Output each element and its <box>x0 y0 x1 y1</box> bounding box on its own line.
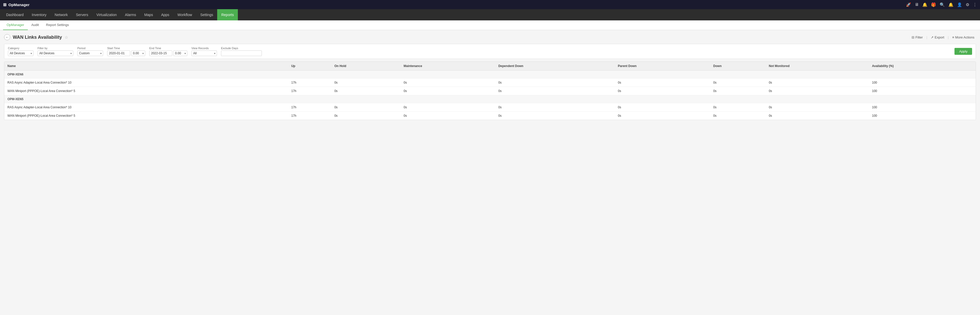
cell-down: 0s <box>710 112 766 120</box>
end-time-filter: End Time 0.00 <box>149 47 187 56</box>
col-down: Down <box>710 62 766 71</box>
notification-icon[interactable]: 🔔 <box>948 2 953 7</box>
cell-on_hold: 0s <box>331 103 401 112</box>
cell-not_monitored: 0s <box>765 79 869 87</box>
table-row[interactable]: WAN Miniport (PPPOE)-Local Area Connecti… <box>4 87 976 95</box>
col-maintenance: Maintenance <box>401 62 495 71</box>
cell-availability: 100 <box>869 103 976 112</box>
cell-down: 0s <box>710 103 766 112</box>
cell-down: 0s <box>710 79 766 87</box>
col-not-monitored: Not Monitored <box>765 62 869 71</box>
user-icon[interactable]: 👤 <box>957 2 962 7</box>
cell-name: RAS Async Adapter-Local Area Connection*… <box>4 103 288 112</box>
more-icon[interactable]: ⋮ <box>973 2 977 7</box>
col-on-hold: On Hold <box>331 62 401 71</box>
nav-alarms[interactable]: Alarms <box>121 9 140 21</box>
more-actions-action[interactable]: ≡ More Actions <box>951 35 976 40</box>
subnav-report-settings[interactable]: Report Settings <box>42 21 73 30</box>
subnav-audit[interactable]: Audit <box>28 21 43 30</box>
nav-apps[interactable]: Apps <box>157 9 173 21</box>
start-time-input[interactable] <box>107 51 130 56</box>
export-action[interactable]: ↗ Export <box>929 35 946 40</box>
rocket-icon[interactable]: 🚀 <box>906 2 911 7</box>
cell-name: WAN Miniport (PPPOE)-Local Area Connecti… <box>4 112 288 120</box>
cell-up: 17h <box>288 112 331 120</box>
table-row[interactable]: RAS Async Adapter-Local Area Connection*… <box>4 103 976 112</box>
period-filter: Period Custom Today Yesterday Last 7 Day… <box>77 47 103 56</box>
nav-settings[interactable]: Settings <box>196 9 218 21</box>
search-icon[interactable]: 🔍 <box>940 2 945 7</box>
start-time-label: Start Time <box>107 47 145 50</box>
exclude-days-label: Exclude Days <box>221 47 262 50</box>
nav-maps[interactable]: Maps <box>140 9 157 21</box>
col-up: Up <box>288 62 331 71</box>
start-time-filter: Start Time 0.00 <box>107 47 145 56</box>
app-name: OpManager <box>8 3 30 7</box>
end-time-input[interactable] <box>149 51 172 56</box>
separator-2: | <box>948 35 948 39</box>
export-icon: ↗ <box>931 35 934 39</box>
sub-nav: OpManager Audit Report Settings <box>0 21 980 30</box>
apply-button[interactable]: Apply <box>955 48 972 55</box>
end-time-hh-select[interactable]: 0.00 <box>173 51 187 56</box>
filter-action[interactable]: ⊟ Filter <box>910 35 924 40</box>
more-actions-icon: ≡ <box>952 35 954 39</box>
category-filter: Category All Devices <box>8 47 33 56</box>
cell-on_hold: 0s <box>331 87 401 95</box>
table-group-row: OPM-XEN5 <box>4 95 976 103</box>
cell-availability: 100 <box>869 112 976 120</box>
view-records-label: View Records <box>191 47 217 50</box>
grid-icon[interactable]: ⊞ <box>3 2 6 7</box>
exclude-days-input[interactable] <box>221 51 262 56</box>
category-select[interactable]: All Devices <box>8 51 33 56</box>
category-label: Category <box>8 47 33 50</box>
nav-network[interactable]: Network <box>51 9 72 21</box>
cell-maintenance: 0s <box>401 103 495 112</box>
nav-inventory[interactable]: Inventory <box>28 9 51 21</box>
monitor-icon[interactable]: 🖥 <box>915 2 919 7</box>
nav-dashboard[interactable]: Dashboard <box>2 9 28 21</box>
gift-icon[interactable]: 🎁 <box>931 2 936 7</box>
filterby-select[interactable]: All Devices <box>38 51 73 56</box>
page-header-left: ← WAN Links Availability ☆ <box>4 34 68 40</box>
cell-dependent_down: 0s <box>495 87 615 95</box>
subnav-opmanager[interactable]: OpManager <box>3 21 28 30</box>
period-select[interactable]: Custom Today Yesterday Last 7 Days Last … <box>77 51 103 56</box>
table-row[interactable]: RAS Async Adapter-Local Area Connection*… <box>4 79 976 87</box>
favorite-icon[interactable]: ☆ <box>65 35 68 40</box>
page-header-right: ⊟ Filter | ↗ Export | ≡ More Actions <box>910 35 976 40</box>
cell-on_hold: 0s <box>331 79 401 87</box>
cell-up: 17h <box>288 103 331 112</box>
cell-maintenance: 0s <box>401 79 495 87</box>
nav-virtualization[interactable]: Virtualization <box>92 9 121 21</box>
filters-bar: Category All Devices Filter by All Devic… <box>4 44 976 59</box>
export-label: Export <box>935 35 944 39</box>
start-time-hh-select[interactable]: 0.00 <box>131 51 145 56</box>
cell-up: 17h <box>288 87 331 95</box>
col-parent-down: Parent Down <box>615 62 710 71</box>
top-bar-actions: 🚀 🖥 🔔 🎁 🔍 🔔 👤 ⚙ ⋮ <box>906 2 977 7</box>
view-records-select[interactable]: All <box>191 51 217 56</box>
cell-parent_down: 0s <box>615 87 710 95</box>
cell-not_monitored: 0s <box>765 87 869 95</box>
filterby-label: Filter by <box>38 47 73 50</box>
cell-not_monitored: 0s <box>765 112 869 120</box>
cell-not_monitored: 0s <box>765 103 869 112</box>
availability-table: Name Up On Hold Maintenance Dependent Do… <box>4 62 976 120</box>
table-row[interactable]: WAN Miniport (PPPOE)-Local Area Connecti… <box>4 112 976 120</box>
settings-icon[interactable]: ⚙ <box>966 2 969 7</box>
nav-reports[interactable]: Reports <box>217 9 238 21</box>
nav-servers[interactable]: Servers <box>72 9 92 21</box>
view-records-filter: View Records All <box>191 47 217 56</box>
cell-up: 17h <box>288 79 331 87</box>
nav-workflow[interactable]: Workflow <box>173 9 196 21</box>
content-area: ← WAN Links Availability ☆ ⊟ Filter | ↗ … <box>0 30 980 124</box>
table-container: Name Up On Hold Maintenance Dependent Do… <box>4 62 976 120</box>
col-availability: Availability (%) <box>869 62 976 71</box>
back-button[interactable]: ← <box>4 34 10 40</box>
period-label: Period <box>77 47 103 50</box>
cell-name: RAS Async Adapter-Local Area Connection*… <box>4 79 288 87</box>
bell-icon[interactable]: 🔔 <box>922 2 928 7</box>
end-time-label: End Time <box>149 47 187 50</box>
exclude-days-filter: Exclude Days <box>221 47 262 56</box>
